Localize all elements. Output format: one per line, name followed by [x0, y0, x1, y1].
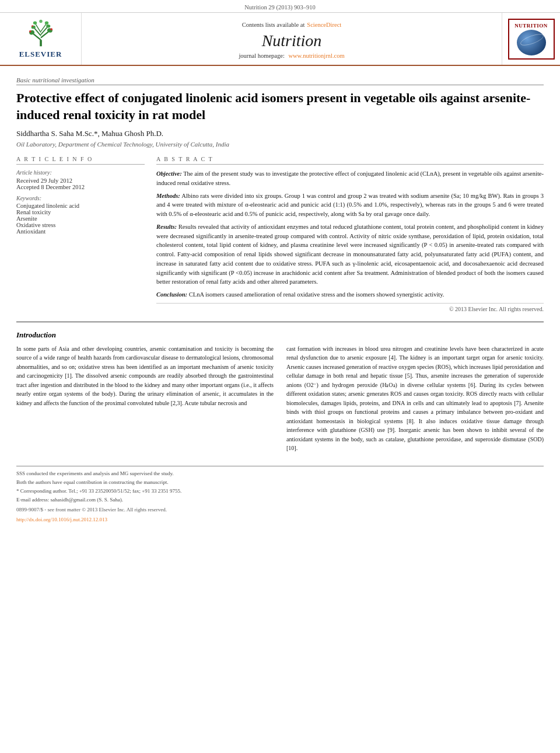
- keywords-label: Keywords:: [16, 195, 145, 201]
- author-names: Siddhartha S. Saha M.Sc.*, Mahua Ghosh P…: [16, 129, 163, 138]
- svg-point-16: [32, 25, 33, 27]
- svg-point-11: [33, 22, 36, 25]
- contents-available-label: Contents lists available at: [242, 22, 305, 28]
- methods-text: Albino rats were divided into six groups…: [156, 193, 544, 218]
- footnote-2: Both the authors have equal contribution…: [16, 479, 544, 486]
- homepage-url[interactable]: www.nutritionjrnl.com: [288, 53, 344, 59]
- authors: Siddhartha S. Saha M.Sc.*, Mahua Ghosh P…: [16, 129, 544, 138]
- svg-point-12: [44, 22, 48, 25]
- results-label: Results:: [156, 224, 177, 230]
- abstract-text: Objective: The aim of the present study …: [156, 169, 544, 299]
- introduction-body: In some parts of Asia and other developi…: [16, 344, 544, 456]
- email-label: E-mail address: sahasidh@gmail.com (S. S…: [16, 497, 123, 503]
- section-label: Basic nutritional investigation: [16, 76, 544, 85]
- abstract-header: A B S T R A C T: [156, 156, 544, 165]
- abstract-conclusion: Conclusion: CLnA isomers caused ameliora…: [156, 290, 544, 299]
- svg-point-14: [29, 30, 32, 33]
- svg-line-3: [34, 28, 41, 36]
- introduction-title: Introduction: [16, 330, 544, 340]
- footnote-1: SSS conducted the experiments and analys…: [16, 470, 544, 477]
- svg-point-13: [39, 20, 42, 23]
- nutrition-logo-area: NUTRITION: [502, 13, 560, 65]
- elsevier-name: ELSEVIER: [19, 50, 62, 59]
- top-bar: Nutrition 29 (2013) 903–910: [0, 0, 560, 13]
- elsevier-logo-area: ELSEVIER: [0, 13, 82, 65]
- email-address: E-mail address: sahasidh@gmail.com (S. S…: [16, 496, 544, 504]
- abstract-column: A B S T R A C T Objective: The aim of th…: [156, 156, 544, 312]
- contents-available-text: Contents lists available at ScienceDirec…: [242, 19, 342, 29]
- journal-header-center: Contents lists available at ScienceDirec…: [82, 13, 502, 65]
- introduction-left-text: In some parts of Asia and other developi…: [16, 344, 274, 408]
- keyword-3: Arsenite: [16, 215, 145, 222]
- objective-text: The aim of the present study was to inve…: [156, 170, 544, 186]
- elsevier-logo: ELSEVIER: [19, 19, 62, 59]
- keyword-4: Oxidative stress: [16, 222, 145, 228]
- main-content: Basic nutritional investigation Protecti…: [0, 66, 560, 534]
- science-direct-link[interactable]: ScienceDirect: [307, 22, 341, 28]
- article-title: Protective effect of conjugated linoleni…: [16, 90, 544, 123]
- introduction-left-col: In some parts of Asia and other developi…: [16, 344, 274, 456]
- homepage-label: journal homepage:: [239, 53, 284, 59]
- journal-homepage-line: journal homepage: www.nutritionjrnl.com: [239, 53, 344, 59]
- keyword-2: Renal toxicity: [16, 209, 145, 215]
- journal-reference: Nutrition 29 (2013) 903–910: [244, 4, 316, 11]
- copyright-line: © 2013 Elsevier Inc. All rights reserved…: [156, 303, 544, 312]
- doi-line: http://dx.doi.org/10.1016/j.nut.2012.12.…: [16, 516, 544, 524]
- page-header: ELSEVIER Contents lists available at Sci…: [0, 13, 560, 66]
- article-info-abstract-section: A R T I C L E I N F O Article history: R…: [16, 156, 544, 312]
- keyword-1: Conjugated linolenic acid: [16, 203, 145, 209]
- keyword-5: Antioxidant: [16, 228, 145, 235]
- section-divider: [16, 322, 544, 322]
- abstract-methods: Methods: Albino rats were divided into s…: [156, 191, 544, 219]
- article-history-section: Article history: Received 29 July 2012 A…: [16, 169, 145, 190]
- intro-left-paragraph: In some parts of Asia and other developi…: [16, 344, 274, 408]
- svg-rect-0: [40, 40, 42, 46]
- intro-right-paragraph: cast formation with increases in blood u…: [286, 344, 544, 453]
- issn-text: 0899-9007/$ - see front matter © 2013 El…: [16, 507, 167, 513]
- nutrition-logo-text: NUTRITION: [514, 23, 548, 29]
- introduction-right-text: cast formation with increases in blood u…: [286, 344, 544, 453]
- keywords-section: Keywords: Conjugated linolenic acid Rena…: [16, 195, 145, 235]
- affiliation: Oil Laboratory, Department of Chemical T…: [16, 141, 544, 148]
- history-label: Article history:: [16, 169, 145, 176]
- journal-title: Nutrition: [262, 32, 322, 50]
- doi-link[interactable]: http://dx.doi.org/10.1016/j.nut.2012.12.…: [16, 517, 107, 522]
- abstract-objective: Objective: The aim of the present study …: [156, 169, 544, 188]
- conclusion-text: CLnA isomers caused amelioration of rena…: [187, 291, 444, 298]
- article-info-column: A R T I C L E I N F O Article history: R…: [16, 156, 145, 312]
- received-date: Received 29 July 2012: [16, 177, 145, 184]
- methods-label: Methods:: [156, 193, 180, 199]
- results-text: Results revealed that activity of antiox…: [156, 224, 544, 285]
- svg-point-15: [50, 28, 52, 30]
- footnote-area: SSS conducted the experiments and analys…: [16, 466, 544, 524]
- issn-line: 0899-9007/$ - see front matter © 2013 El…: [16, 506, 544, 514]
- abstract-results: Results: Results revealed that activity …: [156, 222, 544, 287]
- conclusion-label: Conclusion:: [156, 291, 187, 298]
- elsevier-tree-icon: [23, 19, 58, 48]
- objective-label: Objective:: [156, 170, 182, 177]
- svg-line-6: [41, 24, 46, 32]
- nutrition-globe-icon: [517, 30, 546, 55]
- corresponding-author: * Corresponding author. Tel.; +91 33 235…: [16, 487, 544, 495]
- introduction-right-col: cast formation with increases in blood u…: [286, 344, 544, 456]
- article-info-header: A R T I C L E I N F O: [16, 156, 145, 165]
- svg-line-2: [41, 32, 49, 38]
- accepted-date: Accepted 8 December 2012: [16, 184, 145, 190]
- page: Nutrition 29 (2013) 903–910: [0, 0, 560, 753]
- nutrition-logo-box: NUTRITION: [508, 19, 555, 60]
